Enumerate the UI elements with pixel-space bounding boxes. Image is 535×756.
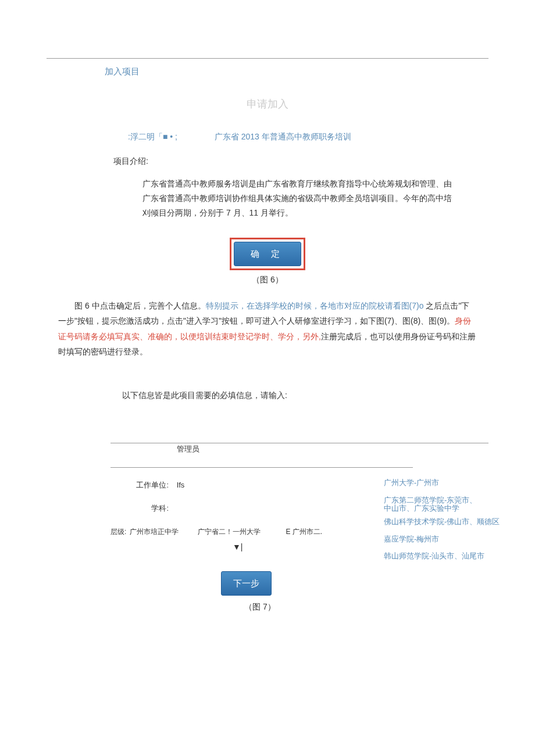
- level-value-3: E 广州市二.: [286, 528, 322, 536]
- confirm-button-container: 确 定: [0, 238, 535, 270]
- school-item-3: 佛山科学技术学院-佛山市、顺德区: [384, 516, 523, 528]
- prefix-text: :浮二明「■ • ;: [128, 132, 177, 141]
- admin-underline: [110, 457, 413, 468]
- subject-label: 学科:: [110, 503, 169, 515]
- project-row: :浮二明「■ • ; 广东省 2013 年普通高中教师职务培训: [128, 130, 535, 143]
- school-item-4: 嘉应学院-梅州市: [384, 533, 523, 545]
- work-unit-value: Ifs: [177, 481, 185, 489]
- top-divider: [47, 58, 488, 59]
- form-intro-text: 以下信息皆是此项目需要的必填信息，请输入:: [122, 389, 535, 402]
- figure-6-caption: （图 6）: [0, 273, 535, 286]
- admin-label: 管理员: [177, 445, 199, 453]
- school-item-2: 广东第二师范学院-东莞市、 中山市、广东实验中学: [384, 495, 523, 506]
- intro-label: 项目介绍:: [113, 155, 535, 167]
- main-paragraph: 图 6 中点击确定后，完善个人信息。特别提示，在选择学校的时候，各地市对应的院校…: [58, 298, 477, 360]
- intro-text: 广东省普通高中教师服务培训是由广东省教育厅继续教育指导中心统筹规划和管理、由广东…: [142, 177, 454, 221]
- school-item-1: 广州大学-广州市: [384, 477, 523, 489]
- figure-7-caption: （图 7）: [244, 600, 535, 613]
- join-project-label: 加入项目: [105, 65, 535, 78]
- work-unit-label: 工作单位:: [110, 479, 169, 492]
- project-name: 广东省 2013 年普通高中教师职务培训: [215, 132, 351, 141]
- level-value-2: 广宁省二！一州大学: [198, 528, 261, 536]
- next-button-container: 下一步: [221, 571, 535, 596]
- level-label: 层级:: [110, 528, 126, 536]
- confirm-button[interactable]: 确 定: [234, 242, 301, 266]
- form-area: 管理员 工作单位: Ifs 学科: 层级: 广州市培正中学 广宁省二！一州大学 …: [110, 431, 488, 554]
- confirm-highlight-border: 确 定: [230, 238, 305, 270]
- dropdown-icon[interactable]: ▼|: [233, 542, 243, 551]
- admin-line-top: [110, 443, 488, 443]
- schools-list: 广州大学-广州市 广东第二师范学院-东莞市、 中山市、广东实验中学 佛山科学技术…: [384, 477, 523, 568]
- school-item-2b: 中山市、广东实验中学: [384, 503, 459, 514]
- admin-row: 管理员: [110, 431, 488, 467]
- apply-title: 申请加入: [0, 96, 535, 113]
- para-highlight-blue: 特别提示，在选择学校的时候，各地市对应的院校请看图(7)o: [206, 301, 426, 310]
- para-part-1: 图 6 中点击确定后，完善个人信息。: [74, 301, 206, 310]
- school-item-5: 韩山师范学院-汕头市、汕尾市: [384, 550, 523, 562]
- level-value-1: 广州市培正中学: [130, 528, 179, 536]
- next-button[interactable]: 下一步: [221, 571, 272, 596]
